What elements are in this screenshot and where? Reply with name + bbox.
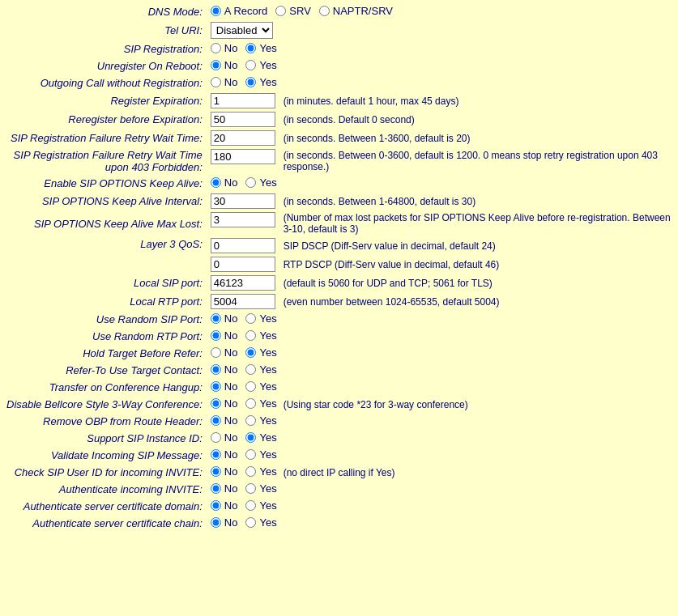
dns-srv-option[interactable]: SRV	[275, 5, 311, 17]
unregister-reboot-label: Unregister On Reboot:	[3, 57, 207, 74]
bellcore-yes-label: Yes	[259, 397, 276, 410]
unreg-yes-option[interactable]: Yes	[245, 59, 276, 71]
dns-naptr-option[interactable]: NAPTR/SRV	[319, 5, 393, 17]
random-sip-no-option[interactable]: No	[211, 312, 238, 325]
local-sip-port-hint: (default is 5060 for UDP and TCP; 5061 f…	[280, 274, 675, 292]
sip-options-interval-input[interactable]	[211, 193, 275, 209]
auth-invite-no-radio[interactable]	[211, 483, 221, 494]
refer-to-target-control: No Yes	[207, 362, 675, 379]
register-expiration-control	[207, 91, 280, 110]
refer-to-yes-radio[interactable]	[245, 364, 256, 375]
random-sip-yes-option[interactable]: Yes	[245, 312, 276, 325]
validate-sip-yes-radio[interactable]	[245, 449, 256, 460]
transfer-conf-no-radio[interactable]	[211, 381, 221, 392]
unreg-no-radio[interactable]	[211, 60, 221, 70]
unreg-no-option[interactable]: No	[211, 59, 238, 71]
bellcore-yes-radio[interactable]	[245, 398, 256, 409]
auth-invite-yes-radio[interactable]	[245, 483, 256, 494]
sip-failure-retry-input[interactable]	[211, 130, 275, 146]
auth-cert-domain-no-label: No	[224, 499, 238, 512]
random-rtp-no-option[interactable]: No	[211, 329, 238, 342]
validate-sip-no-option[interactable]: No	[211, 448, 238, 461]
auth-invite-no-option[interactable]: No	[211, 482, 238, 495]
dns-a-record-option[interactable]: A Record	[211, 5, 267, 17]
layer3-sip-dscp-input[interactable]	[211, 238, 275, 253]
sip-options-yes-radio[interactable]	[245, 177, 256, 188]
sip-options-no-option[interactable]: No	[211, 176, 238, 189]
check-sip-no-radio[interactable]	[211, 466, 221, 477]
outgoing-no-reg-yes-radio[interactable]	[245, 77, 256, 87]
remove-obp-yes-radio[interactable]	[245, 415, 256, 426]
bellcore-yes-option[interactable]: Yes	[245, 397, 276, 410]
sip-instance-no-radio[interactable]	[211, 432, 221, 443]
hold-target-no-label: No	[224, 346, 238, 359]
random-sip-no-radio[interactable]	[211, 313, 221, 324]
transfer-conf-yes-radio[interactable]	[245, 381, 256, 392]
sip-options-interval-hint: (in seconds. Between 1-64800, default is…	[280, 192, 675, 210]
random-rtp-yes-option[interactable]: Yes	[245, 329, 276, 342]
refer-to-no-radio[interactable]	[211, 364, 221, 375]
random-sip-yes-radio[interactable]	[245, 313, 256, 324]
auth-cert-domain-yes-radio[interactable]	[245, 500, 256, 511]
remove-obp-yes-option[interactable]: Yes	[245, 414, 276, 427]
dns-naptr-label: NAPTR/SRV	[333, 5, 393, 17]
auth-cert-chain-no-option[interactable]: No	[211, 516, 238, 529]
sip-instance-yes-radio[interactable]	[245, 432, 256, 443]
unreg-yes-radio[interactable]	[245, 60, 256, 70]
local-rtp-port-input[interactable]	[211, 294, 275, 309]
transfer-conf-yes-option[interactable]: Yes	[245, 380, 276, 393]
hold-target-no-radio[interactable]	[211, 347, 221, 358]
register-expiration-input[interactable]	[211, 93, 275, 108]
validate-sip-yes-option[interactable]: Yes	[245, 448, 276, 461]
outgoing-no-reg-yes-option[interactable]: Yes	[245, 76, 276, 88]
bellcore-no-option[interactable]: No	[211, 397, 238, 410]
sip-reg-no-option[interactable]: No	[211, 42, 238, 54]
layer3-rtp-dscp-input[interactable]	[211, 257, 275, 272]
hold-target-yes-option[interactable]: Yes	[245, 346, 276, 359]
sip-instance-no-option[interactable]: No	[211, 431, 238, 444]
sip-reg-yes-label: Yes	[259, 42, 276, 54]
tel-uri-select[interactable]: Disabled Enabled	[211, 22, 273, 39]
remove-obp-no-label: No	[224, 414, 238, 427]
random-rtp-yes-radio[interactable]	[245, 330, 256, 341]
transfer-conf-no-option[interactable]: No	[211, 380, 238, 393]
check-sip-yes-option[interactable]: Yes	[245, 465, 276, 478]
remove-obp-no-option[interactable]: No	[211, 414, 238, 427]
sip-options-no-radio[interactable]	[211, 177, 221, 188]
sip-options-yes-option[interactable]: Yes	[245, 176, 276, 189]
reregister-expiration-input[interactable]	[211, 112, 275, 127]
refer-to-no-label: No	[224, 363, 238, 376]
outgoing-no-reg-no-option[interactable]: No	[211, 76, 238, 88]
auth-invite-yes-option[interactable]: Yes	[245, 482, 276, 495]
sip-reg-yes-radio[interactable]	[245, 43, 256, 53]
sip-failure-403-input[interactable]	[211, 149, 275, 164]
outgoing-no-reg-no-radio[interactable]	[211, 77, 221, 87]
sip-reg-yes-option[interactable]: Yes	[245, 42, 276, 54]
sip-reg-no-radio[interactable]	[211, 43, 221, 53]
check-sip-yes-radio[interactable]	[245, 466, 256, 477]
hold-target-no-option[interactable]: No	[211, 346, 238, 359]
auth-cert-chain-yes-radio[interactable]	[245, 517, 256, 528]
register-expiration-hint: (in minutes. default 1 hour, max 45 days…	[280, 91, 675, 110]
check-sip-no-option[interactable]: No	[211, 465, 238, 478]
random-rtp-no-radio[interactable]	[211, 330, 221, 341]
refer-to-yes-option[interactable]: Yes	[245, 363, 276, 376]
local-sip-port-control	[207, 274, 280, 292]
hold-target-yes-radio[interactable]	[245, 347, 256, 358]
dns-srv-radio[interactable]	[275, 6, 286, 16]
dns-a-record-radio[interactable]	[211, 6, 221, 16]
remove-obp-no-radio[interactable]	[211, 415, 221, 426]
local-sip-port-input[interactable]	[211, 275, 275, 291]
auth-cert-domain-no-option[interactable]: No	[211, 499, 238, 512]
sip-instance-yes-option[interactable]: Yes	[245, 431, 276, 444]
auth-cert-domain-yes-option[interactable]: Yes	[245, 499, 276, 512]
validate-sip-no-radio[interactable]	[211, 449, 221, 460]
refer-to-no-option[interactable]: No	[211, 363, 238, 376]
auth-cert-chain-yes-option[interactable]: Yes	[245, 516, 276, 529]
sip-options-keepalive-label: Enable SIP OPTIONS Keep Alive:	[3, 175, 207, 192]
auth-cert-chain-no-radio[interactable]	[211, 517, 221, 528]
dns-naptr-radio[interactable]	[319, 6, 330, 16]
auth-cert-domain-no-radio[interactable]	[211, 500, 221, 511]
sip-options-maxlost-input[interactable]	[211, 212, 275, 227]
bellcore-no-radio[interactable]	[211, 398, 221, 409]
